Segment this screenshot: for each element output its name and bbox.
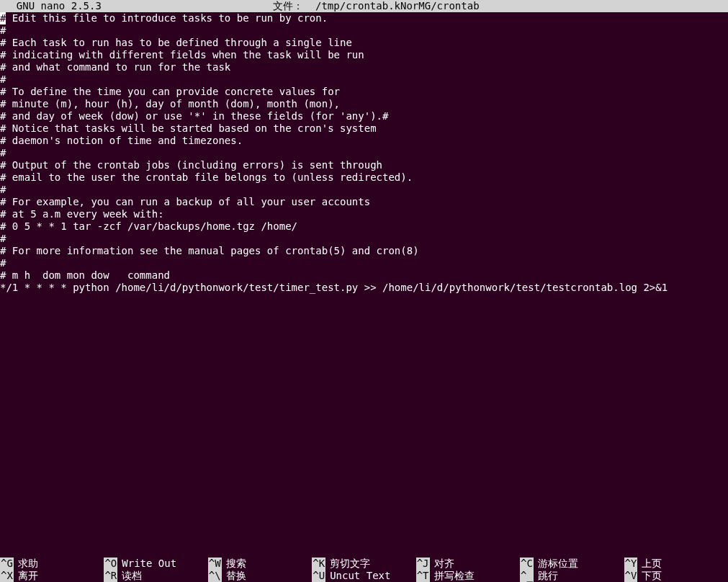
- shortcut-key: ^R: [104, 570, 117, 582]
- editor-line[interactable]: # m h dom mon dow command: [0, 269, 728, 282]
- editor-line[interactable]: #: [0, 184, 728, 196]
- shortcut-item[interactable]: ^UUncut Text: [312, 570, 415, 582]
- editor-line[interactable]: # and day of week (dow) or use '*' in th…: [0, 110, 728, 122]
- shortcut-label: Write Out: [122, 558, 176, 570]
- shortcut-label: 游标位置: [538, 558, 578, 570]
- editor-line[interactable]: # email to the user the crontab file bel…: [0, 171, 728, 184]
- editor-line[interactable]: # To define the time you can provide con…: [0, 86, 728, 98]
- title-bar: GNU nano 2.5.3 文件： /tmp/crontab.kNorMG/c…: [0, 0, 728, 12]
- file-label: 文件：: [273, 0, 303, 12]
- editor-line[interactable]: # at 5 a.m every week with:: [0, 208, 728, 220]
- editor-line[interactable]: */1 * * * * python /home/li/d/pythonwork…: [0, 282, 728, 294]
- shortcut-item[interactable]: ^G求助: [0, 558, 104, 570]
- editor-line[interactable]: # For example, you can run a backup of a…: [0, 196, 728, 208]
- file-info: 文件： /tmp/crontab.kNorMG/crontab: [248, 0, 479, 24]
- shortcut-key: ^J: [416, 558, 430, 570]
- app-name: GNU nano 2.5.3: [0, 0, 102, 12]
- shortcut-key: ^Y: [624, 558, 638, 570]
- shortcut-key: ^V: [624, 570, 638, 582]
- editor-line[interactable]: #: [0, 24, 728, 37]
- shortcut-label: 跳行: [538, 570, 558, 582]
- editor-line[interactable]: # 0 5 * * 1 tar -zcf /var/backups/home.t…: [0, 220, 728, 233]
- editor-line[interactable]: #: [0, 73, 728, 86]
- file-path: /tmp/crontab.kNorMG/crontab: [315, 0, 480, 12]
- shortcut-item[interactable]: ^K剪切文字: [312, 558, 415, 570]
- shortcut-key: ^U: [312, 570, 325, 582]
- shortcut-key: ^G: [0, 558, 14, 570]
- shortcut-label: 下页: [642, 570, 662, 582]
- shortcut-row: ^X离开^R读档^\替换^UUncut Text^T拼写检查^_跳行^V下页: [0, 570, 728, 582]
- shortcut-item[interactable]: ^J对齐: [416, 558, 520, 570]
- shortcut-label: 读档: [122, 570, 142, 582]
- editor-line[interactable]: # Notice that tasks will be started base…: [0, 122, 728, 135]
- shortcut-key: ^\: [208, 570, 222, 582]
- shortcut-label: 搜索: [226, 558, 246, 570]
- shortcut-item[interactable]: ^W搜索: [208, 558, 312, 570]
- shortcut-bar: ^G求助^OWrite Out^W搜索^K剪切文字^J对齐^C游标位置^Y上页 …: [0, 558, 728, 582]
- shortcut-row: ^G求助^OWrite Out^W搜索^K剪切文字^J对齐^C游标位置^Y上页: [0, 558, 728, 570]
- shortcut-key: ^X: [0, 570, 14, 582]
- shortcut-label: 离开: [18, 570, 38, 582]
- editor-line[interactable]: # daemon's notion of time and timezones.: [0, 135, 728, 147]
- shortcut-label: 替换: [226, 570, 246, 582]
- editor-line[interactable]: # Each task to run has to be defined thr…: [0, 37, 728, 49]
- shortcut-item[interactable]: ^Y上页: [624, 558, 728, 570]
- editor-line[interactable]: #: [0, 233, 728, 245]
- editor-line[interactable]: #: [0, 147, 728, 159]
- shortcut-item[interactable]: ^X离开: [0, 570, 104, 582]
- shortcut-label: Uncut Text: [330, 570, 390, 582]
- shortcut-item[interactable]: ^R读档: [104, 570, 207, 582]
- shortcut-label: 上页: [642, 558, 662, 570]
- shortcut-item[interactable]: ^V下页: [624, 570, 728, 582]
- shortcut-label: 剪切文字: [330, 558, 370, 570]
- shortcut-key: ^C: [520, 558, 534, 570]
- shortcut-item[interactable]: ^T拼写检查: [416, 570, 520, 582]
- editor-line[interactable]: #: [0, 257, 728, 269]
- shortcut-label: 拼写检查: [434, 570, 475, 582]
- editor-line[interactable]: # and what command to run for the task: [0, 61, 728, 73]
- shortcut-label: 求助: [18, 558, 38, 570]
- shortcut-key: ^K: [312, 558, 325, 570]
- editor-line[interactable]: # indicating with different fields when …: [0, 49, 728, 61]
- shortcut-key: ^W: [208, 558, 222, 570]
- shortcut-item[interactable]: ^_跳行: [520, 570, 624, 582]
- shortcut-key: ^_: [520, 570, 534, 582]
- shortcut-item[interactable]: ^\替换: [208, 570, 312, 582]
- editor-line[interactable]: # minute (m), hour (h), day of month (do…: [0, 98, 728, 110]
- editor-line[interactable]: # For more information see the manual pa…: [0, 245, 728, 257]
- shortcut-key: ^T: [416, 570, 430, 582]
- shortcut-label: 对齐: [434, 558, 454, 570]
- editor-content[interactable]: # Edit this file to introduce tasks to b…: [0, 12, 728, 294]
- shortcut-item[interactable]: ^OWrite Out: [104, 558, 207, 570]
- shortcut-item[interactable]: ^C游标位置: [520, 558, 624, 570]
- shortcut-key: ^O: [104, 558, 117, 570]
- editor-line[interactable]: # Output of the crontab jobs (including …: [0, 159, 728, 171]
